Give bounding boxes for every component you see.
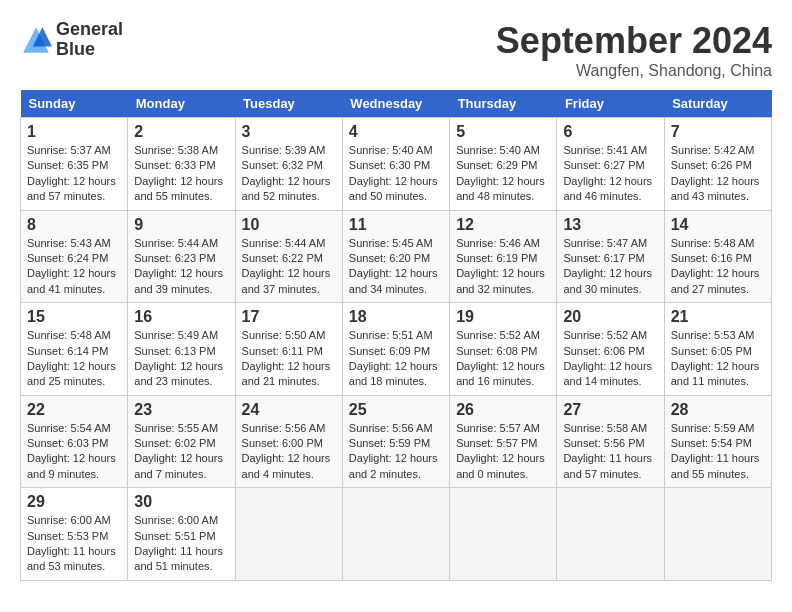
day-info: Sunrise: 5:55 AM Sunset: 6:02 PM Dayligh… (134, 421, 228, 483)
day-number: 27 (563, 401, 657, 419)
col-saturday: Saturday (664, 90, 771, 118)
day-info: Sunrise: 5:47 AM Sunset: 6:17 PM Dayligh… (563, 236, 657, 298)
logo-text: General Blue (56, 20, 123, 60)
day-number: 30 (134, 493, 228, 511)
calendar-cell: 25Sunrise: 5:56 AM Sunset: 5:59 PM Dayli… (342, 395, 449, 488)
day-number: 7 (671, 123, 765, 141)
day-info: Sunrise: 6:00 AM Sunset: 5:51 PM Dayligh… (134, 513, 228, 575)
day-info: Sunrise: 5:46 AM Sunset: 6:19 PM Dayligh… (456, 236, 550, 298)
day-info: Sunrise: 5:43 AM Sunset: 6:24 PM Dayligh… (27, 236, 121, 298)
calendar-cell: 4Sunrise: 5:40 AM Sunset: 6:30 PM Daylig… (342, 118, 449, 211)
calendar-cell: 20Sunrise: 5:52 AM Sunset: 6:06 PM Dayli… (557, 303, 664, 396)
day-number: 15 (27, 308, 121, 326)
day-info: Sunrise: 5:52 AM Sunset: 6:08 PM Dayligh… (456, 328, 550, 390)
week-row-4: 22Sunrise: 5:54 AM Sunset: 6:03 PM Dayli… (21, 395, 772, 488)
day-info: Sunrise: 5:56 AM Sunset: 5:59 PM Dayligh… (349, 421, 443, 483)
week-row-5: 29Sunrise: 6:00 AM Sunset: 5:53 PM Dayli… (21, 488, 772, 581)
col-wednesday: Wednesday (342, 90, 449, 118)
day-info: Sunrise: 5:49 AM Sunset: 6:13 PM Dayligh… (134, 328, 228, 390)
calendar-cell: 15Sunrise: 5:48 AM Sunset: 6:14 PM Dayli… (21, 303, 128, 396)
calendar-cell (342, 488, 449, 581)
calendar-cell: 30Sunrise: 6:00 AM Sunset: 5:51 PM Dayli… (128, 488, 235, 581)
day-number: 12 (456, 216, 550, 234)
day-info: Sunrise: 5:52 AM Sunset: 6:06 PM Dayligh… (563, 328, 657, 390)
calendar-cell: 14Sunrise: 5:48 AM Sunset: 6:16 PM Dayli… (664, 210, 771, 303)
col-friday: Friday (557, 90, 664, 118)
calendar-cell: 6Sunrise: 5:41 AM Sunset: 6:27 PM Daylig… (557, 118, 664, 211)
day-info: Sunrise: 5:38 AM Sunset: 6:33 PM Dayligh… (134, 143, 228, 205)
day-number: 3 (242, 123, 336, 141)
day-info: Sunrise: 5:57 AM Sunset: 5:57 PM Dayligh… (456, 421, 550, 483)
calendar-cell (450, 488, 557, 581)
calendar-cell: 21Sunrise: 5:53 AM Sunset: 6:05 PM Dayli… (664, 303, 771, 396)
calendar-cell: 26Sunrise: 5:57 AM Sunset: 5:57 PM Dayli… (450, 395, 557, 488)
day-number: 1 (27, 123, 121, 141)
day-info: Sunrise: 5:45 AM Sunset: 6:20 PM Dayligh… (349, 236, 443, 298)
week-row-2: 8Sunrise: 5:43 AM Sunset: 6:24 PM Daylig… (21, 210, 772, 303)
calendar-cell: 9Sunrise: 5:44 AM Sunset: 6:23 PM Daylig… (128, 210, 235, 303)
day-info: Sunrise: 6:00 AM Sunset: 5:53 PM Dayligh… (27, 513, 121, 575)
calendar-cell: 16Sunrise: 5:49 AM Sunset: 6:13 PM Dayli… (128, 303, 235, 396)
day-info: Sunrise: 5:44 AM Sunset: 6:23 PM Dayligh… (134, 236, 228, 298)
calendar-cell: 5Sunrise: 5:40 AM Sunset: 6:29 PM Daylig… (450, 118, 557, 211)
day-number: 6 (563, 123, 657, 141)
day-number: 9 (134, 216, 228, 234)
calendar-cell (235, 488, 342, 581)
day-number: 22 (27, 401, 121, 419)
day-info: Sunrise: 5:56 AM Sunset: 6:00 PM Dayligh… (242, 421, 336, 483)
day-info: Sunrise: 5:59 AM Sunset: 5:54 PM Dayligh… (671, 421, 765, 483)
day-info: Sunrise: 5:54 AM Sunset: 6:03 PM Dayligh… (27, 421, 121, 483)
day-info: Sunrise: 5:53 AM Sunset: 6:05 PM Dayligh… (671, 328, 765, 390)
calendar-cell: 17Sunrise: 5:50 AM Sunset: 6:11 PM Dayli… (235, 303, 342, 396)
title-section: September 2024 Wangfen, Shandong, China (496, 20, 772, 80)
location-title: Wangfen, Shandong, China (496, 62, 772, 80)
calendar-cell: 10Sunrise: 5:44 AM Sunset: 6:22 PM Dayli… (235, 210, 342, 303)
day-info: Sunrise: 5:48 AM Sunset: 6:16 PM Dayligh… (671, 236, 765, 298)
day-info: Sunrise: 5:44 AM Sunset: 6:22 PM Dayligh… (242, 236, 336, 298)
day-number: 23 (134, 401, 228, 419)
day-number: 4 (349, 123, 443, 141)
day-number: 19 (456, 308, 550, 326)
day-info: Sunrise: 5:40 AM Sunset: 6:30 PM Dayligh… (349, 143, 443, 205)
day-number: 29 (27, 493, 121, 511)
day-info: Sunrise: 5:51 AM Sunset: 6:09 PM Dayligh… (349, 328, 443, 390)
page-header: General Blue September 2024 Wangfen, Sha… (20, 20, 772, 80)
calendar-table: Sunday Monday Tuesday Wednesday Thursday… (20, 90, 772, 581)
logo: General Blue (20, 20, 123, 60)
calendar-cell: 18Sunrise: 5:51 AM Sunset: 6:09 PM Dayli… (342, 303, 449, 396)
col-thursday: Thursday (450, 90, 557, 118)
day-number: 13 (563, 216, 657, 234)
calendar-header-row: Sunday Monday Tuesday Wednesday Thursday… (21, 90, 772, 118)
calendar-cell: 1Sunrise: 5:37 AM Sunset: 6:35 PM Daylig… (21, 118, 128, 211)
day-number: 16 (134, 308, 228, 326)
calendar-cell (664, 488, 771, 581)
calendar-cell: 13Sunrise: 5:47 AM Sunset: 6:17 PM Dayli… (557, 210, 664, 303)
calendar-cell: 19Sunrise: 5:52 AM Sunset: 6:08 PM Dayli… (450, 303, 557, 396)
day-number: 24 (242, 401, 336, 419)
calendar-cell: 7Sunrise: 5:42 AM Sunset: 6:26 PM Daylig… (664, 118, 771, 211)
day-info: Sunrise: 5:39 AM Sunset: 6:32 PM Dayligh… (242, 143, 336, 205)
col-monday: Monday (128, 90, 235, 118)
calendar-cell: 8Sunrise: 5:43 AM Sunset: 6:24 PM Daylig… (21, 210, 128, 303)
day-number: 10 (242, 216, 336, 234)
week-row-1: 1Sunrise: 5:37 AM Sunset: 6:35 PM Daylig… (21, 118, 772, 211)
logo-icon (20, 24, 52, 56)
day-info: Sunrise: 5:48 AM Sunset: 6:14 PM Dayligh… (27, 328, 121, 390)
calendar-cell: 28Sunrise: 5:59 AM Sunset: 5:54 PM Dayli… (664, 395, 771, 488)
day-number: 11 (349, 216, 443, 234)
day-number: 17 (242, 308, 336, 326)
calendar-cell: 27Sunrise: 5:58 AM Sunset: 5:56 PM Dayli… (557, 395, 664, 488)
day-number: 25 (349, 401, 443, 419)
col-tuesday: Tuesday (235, 90, 342, 118)
calendar-cell: 23Sunrise: 5:55 AM Sunset: 6:02 PM Dayli… (128, 395, 235, 488)
day-number: 21 (671, 308, 765, 326)
day-number: 14 (671, 216, 765, 234)
day-number: 20 (563, 308, 657, 326)
day-number: 5 (456, 123, 550, 141)
day-number: 28 (671, 401, 765, 419)
calendar-cell (557, 488, 664, 581)
day-info: Sunrise: 5:58 AM Sunset: 5:56 PM Dayligh… (563, 421, 657, 483)
day-info: Sunrise: 5:37 AM Sunset: 6:35 PM Dayligh… (27, 143, 121, 205)
col-sunday: Sunday (21, 90, 128, 118)
calendar-cell: 3Sunrise: 5:39 AM Sunset: 6:32 PM Daylig… (235, 118, 342, 211)
